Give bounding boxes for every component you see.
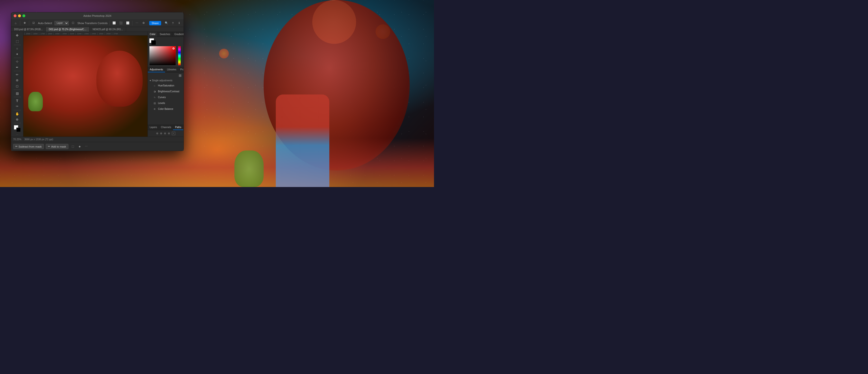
path-add-icon[interactable]: + xyxy=(172,132,175,135)
canvas-area[interactable]: 1500 1600 1700 1800 1900 2000 2100 2200 … xyxy=(23,32,148,136)
channels-tab[interactable]: Channels xyxy=(159,125,173,130)
add-mask-icon: ✏ xyxy=(48,145,50,148)
subtract-from-mask-button[interactable]: ✏ Subtract from mask xyxy=(13,144,44,149)
tool-brush[interactable]: ✏ xyxy=(13,72,21,77)
adjustments-tab[interactable]: Adjustments xyxy=(148,67,165,72)
auto-select-dropdown[interactable]: Layer Group xyxy=(55,21,69,25)
toolbar-sep-1 xyxy=(20,21,20,25)
ruler-marks: 1500 1600 1700 1800 1900 2000 2100 2200 … xyxy=(24,33,119,35)
add-mask-label: Add to mask xyxy=(51,145,66,148)
path-dot-4[interactable] xyxy=(168,132,170,134)
info-icon[interactable]: ℹ xyxy=(177,21,182,26)
ruler-mark: 2000 xyxy=(61,33,68,35)
tool-crop[interactable]: ⊹ xyxy=(13,59,21,64)
adj-item-curves[interactable]: ∿ Curves xyxy=(148,94,184,100)
move-tool-icon[interactable]: ✥ xyxy=(22,21,27,26)
tool-zoom[interactable]: ⊕ xyxy=(13,117,21,122)
ruler-mark: 1500 xyxy=(24,33,32,35)
main-content: ✥ ⬚ ○ ✦ ⊹ ✒ ✏ ⊛ ◻ ▨ T ✑ ✋ ⊕ xyxy=(11,32,184,136)
layers-tabs: Layers Channels Paths xyxy=(148,125,184,130)
adjustments-panel: Adjustments Libraries Properties ⊞ ▾ Sin… xyxy=(148,67,184,125)
share-button[interactable]: Share xyxy=(149,21,161,25)
ruler-mark: 2700 xyxy=(112,33,119,35)
curves-icon: ∿ xyxy=(153,95,156,99)
fg-bg-color-widget[interactable] xyxy=(14,125,21,132)
mask-option-2[interactable]: ◈ xyxy=(77,144,82,149)
ruler-mark: 1600 xyxy=(32,33,39,35)
doc-tab-2[interactable]: D02.psd @ 70.2% (Brightness/Contrast 3, … xyxy=(46,27,90,32)
tool-sep-7 xyxy=(13,123,21,123)
paths-content: + xyxy=(148,130,184,136)
document-tabs: D03.psd @ 87.9% (RGB... D02.psd @ 70.2% … xyxy=(11,27,184,32)
path-dot-1[interactable] xyxy=(156,132,158,134)
tool-gradient[interactable]: ▨ xyxy=(13,91,21,96)
color-swatches-widget xyxy=(14,125,21,132)
path-dot-3[interactable] xyxy=(164,132,166,134)
toolbar-sep-2 xyxy=(29,21,29,25)
align-center-icon[interactable]: ⬛ xyxy=(119,21,123,26)
add-to-mask-button[interactable]: ✏ Add to mask xyxy=(46,144,68,149)
search-icon[interactable]: 🔍 xyxy=(164,21,169,26)
color-swatches-row xyxy=(149,38,182,45)
color-gradient-picker[interactable] xyxy=(149,46,176,65)
minimize-button[interactable] xyxy=(18,14,21,17)
subtract-mask-label: Subtract from mask xyxy=(19,145,42,148)
adj-item-hue-saturation[interactable]: ☼ Hue/Saturation xyxy=(148,83,184,88)
levels-icon: ▤ xyxy=(153,101,156,105)
mask-option-1[interactable]: ⬚ xyxy=(70,144,75,149)
align-right-icon[interactable]: ⬜ xyxy=(125,21,130,26)
close-button[interactable] xyxy=(13,14,17,17)
tool-magic-wand[interactable]: ✦ xyxy=(13,52,21,57)
tool-pen[interactable]: ✑ xyxy=(13,104,21,109)
adj-item-levels[interactable]: ▤ Levels xyxy=(148,100,184,106)
color-picker-widget xyxy=(148,37,184,67)
tool-eyedropper[interactable]: ✒ xyxy=(13,65,21,70)
adj-item-color-balance[interactable]: ⊕ Color Balance xyxy=(148,106,184,112)
canvas-image[interactable] xyxy=(23,36,148,136)
tool-clone[interactable]: ⊛ xyxy=(13,78,21,83)
maximize-button[interactable] xyxy=(22,14,25,17)
doc-tab-3[interactable]: NEW25.pdf @ 60.1% (RG... xyxy=(90,27,126,32)
path-dot-2[interactable] xyxy=(160,132,162,134)
ruler-mark: 1700 xyxy=(39,33,46,35)
color-panel: Color Swatches Gradients Patterns xyxy=(148,32,184,67)
status-bar: 70.25% 3666 px x 1536 px (72 ppi) xyxy=(11,136,184,142)
doc-tab-1[interactable]: D03.psd @ 87.9% (RGB... xyxy=(11,27,46,32)
gradients-tab[interactable]: Gradients xyxy=(172,32,184,36)
help-icon[interactable]: ? xyxy=(170,21,175,26)
tool-hand[interactable]: ✋ xyxy=(13,111,21,116)
layers-tab[interactable]: Layers xyxy=(148,125,159,130)
transform-checkbox[interactable]: ☐ xyxy=(70,21,75,26)
tool-eraser[interactable]: ◻ xyxy=(13,83,21,88)
mask-more-options[interactable]: ⋯ xyxy=(84,144,89,149)
photoshop-window: Adobe Photoshop 2024 ⌂ ✥ ☑ Auto-Select: … xyxy=(11,12,184,151)
swatches-tab[interactable]: Swatches xyxy=(158,32,172,36)
adj-item-brightness-contrast[interactable]: ◑ Brightness/Contrast xyxy=(148,88,184,94)
align-left-icon[interactable]: ⬜ xyxy=(112,21,117,26)
foreground-background-colors[interactable] xyxy=(149,38,156,45)
ruler-mark: 1800 xyxy=(46,33,54,35)
section-title-single-adj: ▾ Single adjustments xyxy=(148,79,184,83)
background-color-swatch[interactable] xyxy=(151,40,156,45)
tool-marquee[interactable]: ⬚ xyxy=(13,38,21,43)
color-picker-cursor xyxy=(173,48,175,50)
libraries-tab[interactable]: Libraries xyxy=(165,67,178,72)
tool-move[interactable]: ✥ xyxy=(13,33,21,38)
settings-icon[interactable]: ⚙ xyxy=(141,21,146,26)
toolbar-sep-4 xyxy=(132,21,132,25)
color-spectrum-bar[interactable] xyxy=(178,46,181,65)
window-title: Adobe Photoshop 2024 xyxy=(84,14,112,17)
tool-lasso[interactable]: ○ xyxy=(13,46,21,51)
home-icon[interactable]: ⌂ xyxy=(13,21,18,26)
color-balance-icon: ⊕ xyxy=(153,107,156,111)
color-tab[interactable]: Color xyxy=(148,32,158,36)
paths-tab[interactable]: Paths xyxy=(173,125,183,130)
add-adjustment-icon[interactable]: ⊞ xyxy=(179,73,182,77)
tool-sep-3 xyxy=(13,71,21,71)
auto-select-checkbox[interactable]: ☑ xyxy=(31,21,36,26)
background-color[interactable] xyxy=(16,128,21,132)
properties-tab[interactable]: Properties xyxy=(178,67,184,72)
tool-text[interactable]: T xyxy=(13,98,21,103)
title-bar: Adobe Photoshop 2024 xyxy=(11,12,184,19)
more-options-icon[interactable]: ⋯ xyxy=(134,21,139,26)
